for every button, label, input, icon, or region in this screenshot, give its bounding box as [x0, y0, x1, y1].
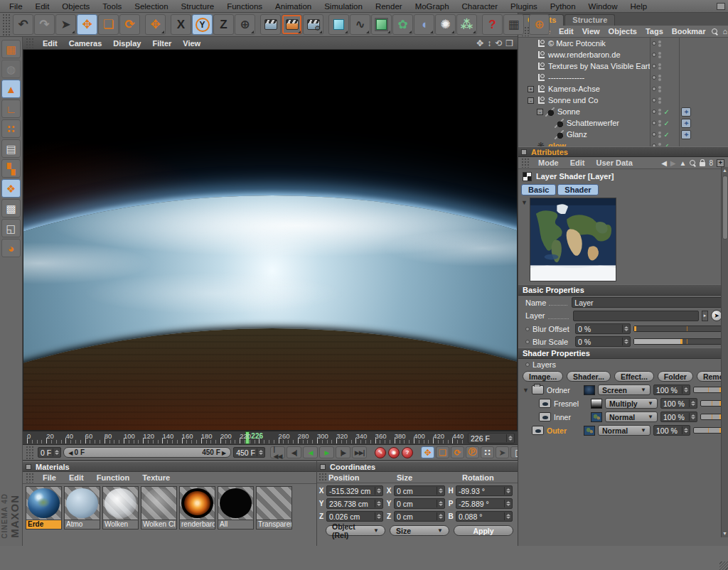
folder-icon[interactable] — [532, 385, 544, 394]
frame-stepper[interactable] — [506, 434, 512, 442]
attr-add-panel-icon[interactable]: + — [717, 159, 724, 167]
layer-thumbnail[interactable] — [584, 385, 595, 395]
material-item[interactable]: Erde — [26, 486, 62, 529]
blur-offset-key-dot[interactable] — [525, 327, 530, 331]
editor-render-dots[interactable] — [658, 97, 661, 104]
home-icon[interactable]: ⌂ — [722, 27, 728, 36]
window-layout-icon[interactable] — [717, 3, 725, 10]
enabled-check-icon[interactable]: ✓ — [663, 142, 669, 147]
lock-z-axis-icon[interactable]: Z — [213, 14, 234, 35]
add-environment-icon[interactable]: ✺ — [435, 14, 456, 35]
current-frame-field[interactable]: 226 F — [468, 433, 515, 443]
autokey-button[interactable]: ◉ — [388, 447, 400, 458]
materials-menu-function[interactable]: Function — [91, 473, 135, 483]
material-item[interactable]: Wolken Cl — [141, 486, 177, 529]
start-frame-field[interactable]: 0 F — [38, 447, 61, 458]
material-thumbnail[interactable] — [218, 486, 254, 520]
texture-mode-icon[interactable]: ▩ — [1, 199, 21, 217]
viewport-grip[interactable] — [26, 38, 34, 48]
editor-render-dots[interactable] — [658, 63, 661, 70]
blur-scale-field[interactable]: 0 % — [575, 336, 631, 347]
material-item[interactable]: Transparen — [256, 486, 292, 529]
attr-search-icon[interactable] — [690, 160, 696, 166]
model-mode-icon[interactable]: ▲ — [1, 80, 21, 98]
coord-field[interactable]: -515.329 cm — [326, 485, 383, 496]
tree-row[interactable]: www.renderbaron.de — [518, 49, 728, 60]
editor-render-dots[interactable] — [658, 131, 661, 138]
blend-mode-dropdown[interactable]: Multiply▼ — [605, 398, 658, 409]
coord-field[interactable]: 0 cm — [394, 511, 445, 522]
materials-menu-file[interactable]: File — [37, 473, 62, 483]
tree-row[interactable]: ❋glow✓ — [518, 140, 728, 146]
coord-field[interactable]: 0 cm — [394, 498, 445, 509]
record-keyframe-button[interactable]: ✎ — [375, 447, 386, 458]
content-browser-icon[interactable]: ▦ — [503, 14, 524, 35]
material-thumbnail[interactable] — [179, 486, 215, 520]
live-selection-icon[interactable]: ➤ — [55, 14, 76, 35]
comp-tag[interactable] — [681, 130, 691, 139]
lock-icon[interactable] — [700, 162, 705, 166]
materials-grip[interactable] — [26, 473, 34, 483]
menu-file[interactable]: File — [3, 2, 29, 11]
toolbar-grip[interactable] — [2, 14, 11, 36]
viewport-menu-display[interactable]: Display — [107, 39, 146, 48]
edges-mode-icon[interactable]: ▤ — [1, 139, 21, 158]
render-view-icon[interactable] — [260, 14, 281, 35]
blur-offset-field[interactable]: 0 % — [575, 323, 631, 334]
record-parameter-toggle[interactable]: Ⓟ — [466, 446, 479, 458]
coordinates-panel-icon[interactable] — [320, 464, 326, 470]
apply-button[interactable]: Apply — [454, 525, 513, 536]
viewport-canvas[interactable] — [23, 50, 518, 431]
material-thumbnail[interactable] — [64, 486, 100, 520]
editor-render-dots[interactable] — [658, 143, 661, 147]
coord-field[interactable]: -89.93 ° — [456, 485, 513, 496]
menu-animation[interactable]: Animation — [269, 2, 318, 11]
attributes-scrollbar[interactable]: ▲ ▼ — [721, 167, 728, 537]
resize-grip[interactable] — [719, 561, 728, 570]
shader-layer-row[interactable]: ▼OrdnerScreen▼100 % — [518, 383, 728, 397]
visibility-dot[interactable] — [652, 64, 656, 68]
rotate-view-icon[interactable]: ⟲ — [495, 39, 502, 48]
tree-row[interactable]: © Marc Potocnik — [518, 38, 728, 49]
blend-mode-dropdown[interactable]: Normal▼ — [598, 425, 651, 436]
attr-scroll-up-icon[interactable]: ▲ — [722, 167, 727, 174]
make-editable-icon[interactable]: ▦ — [1, 40, 21, 58]
points-mode-icon[interactable]: ∷ — [1, 119, 21, 138]
play-backward-button[interactable]: ◀ — [303, 446, 318, 458]
prev-key-button[interactable]: ◀| — [287, 446, 301, 458]
materials-menu-edit[interactable]: Edit — [63, 473, 90, 483]
layer-name[interactable]: Inner — [554, 413, 588, 421]
visibility-dot[interactable] — [652, 53, 656, 57]
ik-mode-icon[interactable]: ◕ — [1, 239, 21, 257]
enabled-check-icon[interactable]: ✓ — [663, 108, 669, 116]
attr-tab-shader[interactable]: Shader — [557, 184, 598, 195]
attributes-grip[interactable] — [521, 158, 530, 168]
menu-render[interactable]: Render — [369, 2, 409, 11]
editor-render-dots[interactable] — [658, 41, 661, 47]
lock-y-axis-icon[interactable]: Y — [192, 14, 213, 35]
materials-panel-icon[interactable] — [26, 464, 31, 470]
om-menu-tags[interactable]: Tags — [641, 26, 668, 36]
preview-range-slider[interactable]: ◀ 0 F 450 F ▶ — [63, 447, 231, 458]
collapse-icon[interactable]: - — [537, 109, 543, 115]
tree-row[interactable]: -Sonne✓ — [518, 106, 728, 117]
add-hypernurbs-icon[interactable] — [371, 14, 392, 35]
visibility-dot[interactable] — [652, 144, 656, 146]
visibility-dot[interactable] — [652, 132, 656, 136]
attr-menu-user-data[interactable]: User Data — [591, 158, 638, 168]
add-deformer-icon[interactable]: ◖ — [414, 14, 434, 35]
polygons-mode-icon[interactable]: ▚ — [1, 159, 21, 178]
coord-field[interactable]: 236.738 cm — [326, 498, 383, 509]
undo-icon[interactable]: ↶ — [13, 14, 33, 35]
timeline-ruler[interactable]: 226 020406080100120140160180200220260280… — [23, 431, 465, 444]
visibility-dot[interactable] — [652, 121, 656, 125]
blur-scale-key-dot[interactable] — [525, 340, 530, 344]
viewport-menu-edit[interactable]: Edit — [37, 39, 63, 48]
next-key-button[interactable]: |▶ — [336, 446, 350, 458]
history-back-icon[interactable]: ◀ — [661, 159, 667, 167]
material-item[interactable]: All — [218, 486, 254, 529]
blend-mode-dropdown[interactable]: Normal▼ — [605, 412, 658, 422]
tab-structure[interactable]: Structure — [564, 14, 615, 26]
layer-opacity-slider[interactable] — [693, 387, 722, 393]
material-item[interactable]: renderbaro — [179, 486, 215, 529]
